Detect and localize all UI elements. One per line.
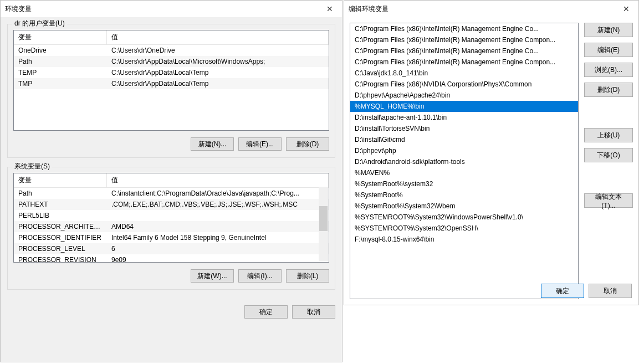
table-row[interactable]: PathC:\instantclient;C:\ProgramData\Orac… <box>14 188 329 199</box>
list-item[interactable]: D:\Android\android-sdk\platform-tools <box>350 156 578 167</box>
list-item[interactable]: %SystemRoot%\System32\Wbem <box>350 201 578 212</box>
table-header: 变量 值 <box>14 173 329 188</box>
dialog-footer: 确定 取消 <box>1 305 342 325</box>
col-value[interactable]: 值 <box>107 173 329 187</box>
env-vars-dialog: 环境变量 ✕ dr 的用户变量(U) 变量 值 OneDriveC:\Users… <box>0 0 342 362</box>
close-icon[interactable]: ✕ <box>322 3 338 14</box>
scrollbar[interactable] <box>319 187 328 262</box>
move-down-button[interactable]: 下移(O) <box>584 148 633 162</box>
list-item[interactable]: C:\Program Files (x86)\Intel\Intel(R) Ma… <box>350 45 578 57</box>
listbox-wrap: C:\Program Files (x86)\Intel\Intel(R) Ma… <box>350 23 579 299</box>
close-icon[interactable]: ✕ <box>618 3 634 14</box>
list-item[interactable]: C:\Program Files (x86)\Intel\Intel(R) Ma… <box>350 57 578 68</box>
list-item[interactable]: C:\Program Files (x86)\NVIDIA Corporatio… <box>350 79 578 90</box>
list-item[interactable]: %MAVEN% <box>350 167 578 178</box>
table-row[interactable]: PROCESSOR_REVISION9e09 <box>14 254 329 262</box>
new-button[interactable]: 新建(N) <box>584 23 633 37</box>
list-item[interactable]: %SYSTEMROOT%\System32\OpenSSH\ <box>350 223 578 234</box>
table-row[interactable]: TEMPC:\Users\dr\AppData\Local\Temp <box>14 67 329 78</box>
user-vars-group: dr 的用户变量(U) 变量 值 OneDriveC:\Users\dr\One… <box>7 24 335 158</box>
sys-delete-button[interactable]: 删除(L) <box>286 269 329 283</box>
table-header: 变量 值 <box>14 30 329 45</box>
list-item[interactable]: %MYSQL_HOME%\bin <box>350 101 578 112</box>
user-edit-button[interactable]: 编辑(E)... <box>238 137 282 151</box>
group-legend: 系统变量(S) <box>12 162 52 171</box>
list-item[interactable]: %SYSTEMROOT%\System32\WindowsPowerShell\… <box>350 212 578 223</box>
edit-button[interactable]: 编辑(E) <box>584 43 633 57</box>
list-item[interactable]: D:\phpevt\Apache\Apache24\bin <box>350 90 578 101</box>
list-item[interactable]: C:\Program Files (x86)\Intel\Intel(R) Ma… <box>350 34 578 45</box>
delete-button[interactable]: 删除(D) <box>584 83 633 97</box>
sys-button-row: 新建(W)... 编辑(I)... 删除(L) <box>13 269 329 283</box>
table-row[interactable]: PROCESSOR_LEVEL6 <box>14 243 329 254</box>
table-row[interactable]: TMPC:\Users\dr\AppData\Local\Temp <box>14 78 329 89</box>
edit-env-var-dialog: 编辑环境变量 ✕ C:\Program Files (x86)\Intel\In… <box>344 0 639 305</box>
sys-vars-group: 系统变量(S) 变量 值 PathC:\instantclient;C:\Pro… <box>7 167 335 290</box>
cancel-button[interactable]: 取消 <box>589 284 632 298</box>
list-item[interactable]: F:\mysql-8.0.15-winx64\bin <box>350 234 578 245</box>
group-legend: dr 的用户变量(U) <box>12 19 67 28</box>
list-item[interactable]: D:\install\apache-ant-1.10.1\bin <box>350 112 578 123</box>
titlebar: 编辑环境变量 ✕ <box>344 1 638 17</box>
dialog-body: C:\Program Files (x86)\Intel\Intel(R) Ma… <box>344 17 638 305</box>
sys-new-button[interactable]: 新建(W)... <box>191 269 234 283</box>
ok-button[interactable]: 确定 <box>541 284 584 298</box>
side-buttons: 新建(N) 编辑(E) 浏览(B)... 删除(D) 上移(U) 下移(O) 编… <box>584 23 633 299</box>
list-item[interactable]: D:\install\Git\cmd <box>350 134 578 145</box>
list-item[interactable]: D:\install\TortoiseSVN\bin <box>350 123 578 134</box>
col-value[interactable]: 值 <box>107 30 329 44</box>
table-row[interactable]: PATHEXT.COM;.EXE;.BAT;.CMD;.VBS;.VBE;.JS… <box>14 199 329 210</box>
browse-button[interactable]: 浏览(B)... <box>584 63 633 77</box>
ok-button[interactable]: 确定 <box>244 305 288 319</box>
table-row[interactable]: PROCESSOR_ARCHITECT...AMD64 <box>14 221 329 232</box>
cancel-button[interactable]: 取消 <box>292 305 335 319</box>
list-item[interactable]: %SystemRoot%\system32 <box>350 178 578 189</box>
dialog-body: dr 的用户变量(U) 变量 值 OneDriveC:\Users\dr\One… <box>1 17 342 305</box>
user-vars-body: OneDriveC:\Users\dr\OneDrive PathC:\User… <box>14 45 329 130</box>
sys-vars-table: 变量 值 PathC:\instantclient;C:\ProgramData… <box>13 173 329 263</box>
table-row[interactable]: OneDriveC:\Users\dr\OneDrive <box>14 45 329 56</box>
table-row[interactable]: PERL5LIB <box>14 210 329 221</box>
list-item[interactable]: D:\phpevt\php <box>350 145 578 156</box>
dialog-footer: 确定 取消 <box>541 284 632 298</box>
list-item[interactable]: C:\Program Files (x86)\Intel\Intel(R) Ma… <box>350 23 578 34</box>
user-button-row: 新建(N)... 编辑(E)... 删除(D) <box>13 137 329 151</box>
list-item[interactable]: C:\Java\jdk1.8.0_141\bin <box>350 68 578 79</box>
path-listbox[interactable]: C:\Program Files (x86)\Intel\Intel(R) Ma… <box>350 23 579 299</box>
edit-text-button[interactable]: 编辑文本(T)... <box>584 193 633 208</box>
dialog-title: 编辑环境变量 <box>349 4 388 14</box>
scrollbar-thumb[interactable] <box>319 206 328 231</box>
user-delete-button[interactable]: 删除(D) <box>286 137 329 151</box>
table-row[interactable]: PROCESSOR_IDENTIFIERIntel64 Family 6 Mod… <box>14 232 329 243</box>
sys-vars-body: PathC:\instantclient;C:\ProgramData\Orac… <box>14 188 329 262</box>
col-variable[interactable]: 变量 <box>14 30 107 44</box>
table-row[interactable]: PathC:\Users\dr\AppData\Local\Microsoft\… <box>14 56 329 67</box>
dialog-title: 环境变量 <box>5 4 32 14</box>
col-variable[interactable]: 变量 <box>14 173 107 187</box>
move-up-button[interactable]: 上移(U) <box>584 128 633 142</box>
list-item[interactable]: %SystemRoot% <box>350 189 578 201</box>
user-vars-table: 变量 值 OneDriveC:\Users\dr\OneDrive PathC:… <box>13 30 329 131</box>
sys-edit-button[interactable]: 编辑(I)... <box>238 269 282 283</box>
user-new-button[interactable]: 新建(N)... <box>191 137 234 151</box>
titlebar: 环境变量 ✕ <box>1 1 342 17</box>
